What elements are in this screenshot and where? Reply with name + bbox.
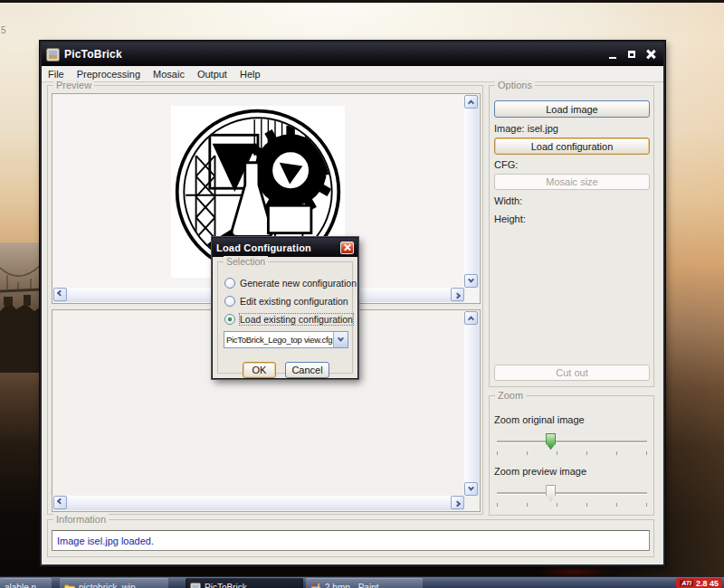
chevron-up-icon: [468, 100, 474, 106]
chevron-down-icon: [468, 485, 474, 491]
menu-output[interactable]: Output: [191, 68, 233, 81]
radio-label: Edit existing configuration: [240, 296, 348, 307]
dialog-close-button[interactable]: [340, 242, 354, 254]
taskbar-item-label: PicToBrick: [205, 583, 247, 588]
width-label: Width:: [494, 195, 522, 206]
taskbar-item-paint[interactable]: 2 bmp - Paint: [306, 578, 423, 588]
original-vertical-scrollbar[interactable]: [464, 95, 479, 288]
close-button[interactable]: [643, 48, 659, 62]
chevron-right-icon: [454, 500, 461, 507]
preview-group-label: Preview: [53, 80, 94, 90]
image-status-label: Image: isel.jpg: [494, 123, 558, 134]
slider-thumb[interactable]: [546, 433, 556, 450]
pictobrick-icon: [190, 583, 201, 588]
scroll-left-button[interactable]: [53, 288, 67, 301]
minimize-icon: [609, 57, 616, 59]
cancel-button[interactable]: Cancel: [285, 362, 329, 378]
mosaic-size-button: Mosaic size: [494, 174, 650, 190]
cut-out-button: Cut out: [494, 365, 650, 381]
zoom-group: Zoom Zoom original image Zoom preview im…: [489, 395, 654, 516]
menu-bar: File Preprocessing Mosaic Output Help: [42, 66, 663, 82]
information-group-label: Information: [53, 514, 109, 525]
zoom-preview-label: Zoom preview image: [494, 466, 586, 477]
load-configuration-dialog: Load Configuration Selection Generate ne…: [212, 237, 358, 379]
tray-ati-badge[interactable]: ATI 2.8 45: [676, 578, 722, 588]
radio-label: Load existing configuration: [240, 314, 353, 325]
slider-track[interactable]: [497, 441, 647, 442]
mosaic-horizontal-scrollbar[interactable]: [53, 496, 464, 510]
load-image-button[interactable]: Load image: [494, 100, 650, 118]
dialog-body: Selection Generate new configuration Edi…: [213, 257, 357, 378]
radio-edit-existing-configuration[interactable]: Edit existing configuration: [224, 295, 348, 308]
dialog-title: Load Configuration: [216, 242, 340, 253]
close-icon: [646, 50, 655, 59]
zoom-original-slider[interactable]: [495, 432, 649, 456]
screen-top-edge: [0, 0, 724, 3]
taskbar: alable n pictobrick_win PicToBrick 2 bmp…: [0, 576, 724, 588]
information-group: Information Image isel.jpg loaded.: [47, 519, 654, 557]
scroll-up-button[interactable]: [464, 311, 478, 325]
slider-ticks: [497, 503, 647, 507]
zoom-group-label: Zoom: [495, 390, 526, 401]
taskbar-item-pictobrick-win-folder[interactable]: pictobrick_win: [60, 578, 168, 588]
taskbar-item-truncated[interactable]: alable n: [0, 578, 52, 588]
radio-label: Generate new configuration: [240, 278, 357, 289]
app-icon: [46, 48, 60, 62]
taskbar-item-label: pictobrick_win: [79, 583, 136, 588]
menu-file[interactable]: File: [42, 68, 71, 81]
scroll-right-button[interactable]: [451, 496, 464, 509]
menu-help[interactable]: Help: [233, 68, 267, 81]
menu-mosaic[interactable]: Mosaic: [147, 68, 191, 81]
information-message: Image isel.jpg loaded.: [57, 536, 154, 546]
maximize-button[interactable]: [624, 48, 640, 62]
slider-thumb[interactable]: [546, 485, 556, 501]
combobox-dropdown-button[interactable]: [333, 332, 348, 347]
cfg-label: CFG:: [494, 159, 518, 170]
ati-tray-value: 2.8 45: [696, 579, 719, 588]
minimize-button[interactable]: [605, 48, 621, 62]
zoom-preview-slider[interactable]: [495, 484, 649, 507]
slider-ticks: [497, 451, 647, 455]
chevron-down-icon: [468, 277, 474, 283]
scroll-up-button[interactable]: [464, 95, 478, 109]
window-title: PicToBrick: [64, 48, 605, 61]
wallpaper-mark: 5: [1, 25, 6, 35]
chevron-down-icon: [338, 336, 344, 342]
combobox-value: PicToBrick_Lego_top view.cfg: [224, 332, 333, 347]
scroll-right-button[interactable]: [451, 288, 464, 301]
taskbar-item-label: 2 bmp - Paint: [325, 583, 378, 588]
ati-logo: ATI: [680, 580, 693, 586]
chevron-left-icon: [57, 498, 63, 505]
radio-selected-icon: [224, 314, 235, 325]
mosaic-vertical-scrollbar[interactable]: [464, 311, 479, 496]
scroll-down-button[interactable]: [464, 274, 478, 288]
ok-button[interactable]: OK: [243, 362, 276, 378]
close-icon: [344, 244, 350, 251]
chevron-left-icon: [57, 290, 63, 297]
radio-icon: [224, 296, 235, 307]
scroll-left-button[interactable]: [53, 496, 67, 509]
configuration-combobox[interactable]: PicToBrick_Lego_top view.cfg: [224, 331, 348, 348]
paint-icon: [310, 583, 321, 588]
taskbar-item-pictobrick[interactable]: PicToBrick: [186, 578, 303, 588]
options-group: Options Load image Image: isel.jpg Load …: [489, 85, 654, 387]
wallpaper-bridge-silhouette: [0, 255, 42, 373]
radio-icon: [224, 278, 235, 289]
selection-group: Selection Generate new configuration Edi…: [217, 261, 353, 374]
window-titlebar[interactable]: PicToBrick: [42, 43, 663, 66]
slider-track[interactable]: [497, 492, 647, 494]
menu-preprocessing[interactable]: Preprocessing: [71, 68, 147, 81]
dialog-titlebar[interactable]: Load Configuration: [213, 238, 357, 257]
chevron-up-icon: [468, 316, 474, 322]
radio-load-existing-configuration[interactable]: Load existing configuration: [224, 313, 353, 326]
folder-icon: [64, 583, 75, 588]
information-field[interactable]: Image isel.jpg loaded.: [52, 530, 650, 551]
load-configuration-button[interactable]: Load configuration: [494, 138, 650, 155]
options-group-label: Options: [495, 80, 535, 90]
height-label: Height:: [494, 213, 526, 224]
selection-group-label: Selection: [224, 256, 268, 267]
zoom-original-label: Zoom original image: [494, 414, 585, 425]
chevron-right-icon: [454, 292, 461, 299]
scroll-down-button[interactable]: [464, 482, 478, 496]
radio-generate-new-configuration[interactable]: Generate new configuration: [224, 277, 357, 289]
